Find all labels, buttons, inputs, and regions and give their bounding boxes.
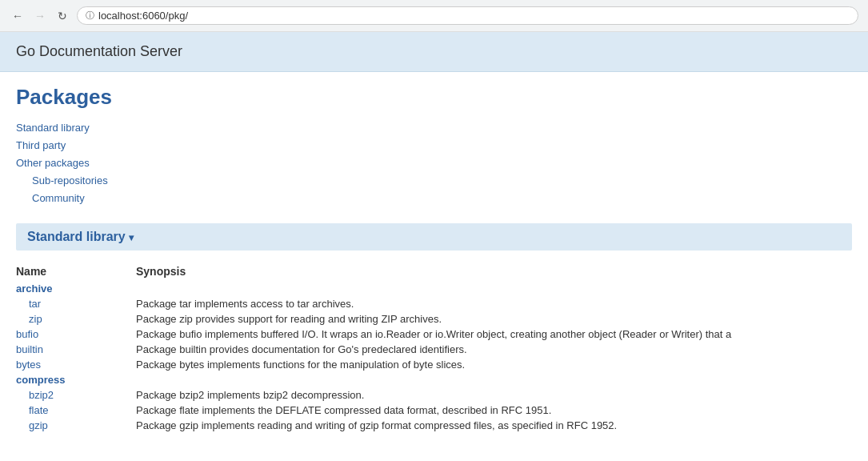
pkg-synopsis-builtin: Package builtin provides documentation f…: [136, 343, 467, 355]
table-row: bytes Package bytes implements functions…: [16, 357, 852, 372]
pkg-link-gzip[interactable]: gzip: [16, 419, 48, 431]
section-label: Standard library: [27, 230, 126, 243]
table-row: compress: [16, 372, 852, 387]
toc-standard-library[interactable]: Standard library: [16, 119, 852, 137]
pkg-link-bufio[interactable]: bufio: [16, 328, 38, 340]
pkg-synopsis-bytes: Package bytes implements functions for t…: [136, 359, 465, 371]
pkg-link-bzip2[interactable]: bzip2: [16, 389, 54, 401]
package-table: Name Synopsis archive tar Package tar im…: [16, 262, 852, 433]
toc-indent-group: Sub-repositories Community: [16, 172, 852, 207]
table-row: zip Package zip provides support for rea…: [16, 311, 852, 327]
table-row: archive: [16, 281, 852, 296]
pkg-synopsis-zip: Package zip provides support for reading…: [136, 313, 442, 325]
pkg-synopsis-bzip2: Package bzip2 implements bzip2 decompres…: [136, 389, 364, 401]
forward-button[interactable]: →: [32, 8, 48, 24]
toc-sub-repositories[interactable]: Sub-repositories: [32, 172, 852, 190]
pkg-link-flate[interactable]: flate: [16, 404, 49, 416]
toc-community[interactable]: Community: [32, 190, 852, 207]
table-row: gzip Package gzip implements reading and…: [16, 418, 852, 433]
table-row: bzip2 Package bzip2 implements bzip2 dec…: [16, 387, 852, 403]
back-button[interactable]: ←: [10, 8, 26, 24]
pkg-link-tar[interactable]: tar: [16, 298, 41, 310]
col-name: Name: [16, 262, 136, 281]
toc-third-party[interactable]: Third party: [16, 137, 852, 154]
pkg-synopsis-bufio: Package bufio implements buffered I/O. I…: [136, 328, 731, 340]
app-title: Go Documentation Server: [16, 43, 182, 59]
section-header-link[interactable]: Standard library▾: [27, 230, 134, 243]
section-header-stdlib: Standard library▾: [16, 223, 852, 251]
main-content: Packages Standard library Third party Ot…: [0, 72, 868, 446]
toc-links: Standard library Third party Other packa…: [16, 119, 852, 207]
pkg-synopsis-tar: Package tar implements access to tar arc…: [136, 298, 354, 310]
table-row: flate Package flate implements the DEFLA…: [16, 403, 852, 418]
pkg-link-bytes[interactable]: bytes: [16, 359, 41, 371]
reload-button[interactable]: ↻: [54, 8, 70, 24]
browser-chrome: ← → ↻ ⓘ localhost:6060/pkg/: [0, 0, 868, 32]
table-row: bufio Package bufio implements buffered …: [16, 327, 852, 342]
pkg-synopsis-flate: Package flate implements the DEFLATE com…: [136, 404, 551, 416]
pkg-link-zip[interactable]: zip: [16, 313, 42, 325]
toc-other-packages[interactable]: Other packages: [16, 154, 852, 172]
pkg-link-builtin[interactable]: builtin: [16, 343, 43, 355]
pkg-category-compress[interactable]: compress: [16, 371, 65, 387]
page-title: Packages: [16, 85, 852, 110]
section-arrow: ▾: [129, 232, 134, 243]
url-display: localhost:6060/pkg/: [98, 10, 188, 22]
lock-icon: ⓘ: [86, 10, 94, 22]
table-row: builtin Package builtin provides documen…: [16, 342, 852, 357]
col-synopsis: Synopsis: [136, 262, 852, 281]
table-row: tar Package tar implements access to tar…: [16, 296, 852, 311]
app-header: Go Documentation Server: [0, 32, 868, 72]
pkg-category-archive[interactable]: archive: [16, 279, 53, 296]
pkg-synopsis-gzip: Package gzip implements reading and writ…: [136, 419, 617, 431]
address-bar[interactable]: ⓘ localhost:6060/pkg/: [77, 6, 858, 25]
